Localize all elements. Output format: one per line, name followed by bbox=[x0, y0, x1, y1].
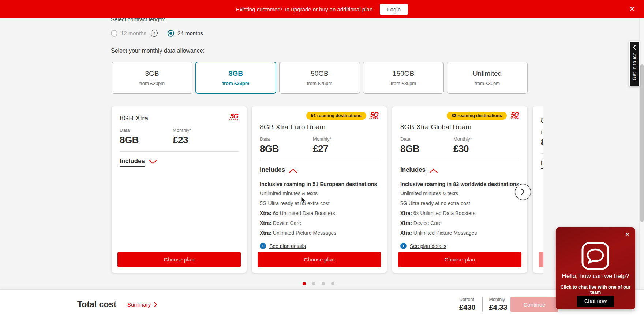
chat-widget: ✕ Hello, how can we help? Click to chat … bbox=[556, 227, 635, 309]
see-plan-details-link[interactable]: i See plan details bbox=[400, 243, 446, 249]
banner-close-icon[interactable]: ✕ bbox=[629, 5, 635, 13]
carousel-dot-4[interactable] bbox=[331, 282, 334, 285]
monthly-label: Monthly* bbox=[173, 127, 226, 133]
cost-summary: Upfront £430 Monthly £4.33 bbox=[459, 297, 508, 312]
data-label: Data bbox=[541, 130, 543, 135]
plan-card-8gb-xtra-euro-roam: 51 roaming destinations 5GULTRA 8GB Xtra… bbox=[252, 106, 387, 273]
data-value: 8GB bbox=[400, 143, 453, 155]
choose-plan-button[interactable]: Choose plan bbox=[117, 252, 241, 267]
feature-item-xtra: Xtra: Device Care bbox=[400, 220, 519, 227]
divider bbox=[400, 160, 519, 160]
plan-name: 8GB Xtra bbox=[120, 114, 148, 122]
monthly-value: £30 bbox=[453, 143, 506, 155]
feature-item-xtra: Xtra: Device Care bbox=[260, 220, 379, 227]
chevron-up-icon bbox=[289, 168, 297, 173]
chevron-right-icon bbox=[521, 188, 525, 196]
data-label: Data bbox=[120, 127, 173, 133]
radio-checked-icon[interactable] bbox=[168, 30, 174, 37]
chevron-down-icon bbox=[149, 160, 157, 164]
data-value: 8GB bbox=[120, 134, 173, 146]
radio-unchecked-icon[interactable] bbox=[111, 30, 117, 37]
carousel-dot-1[interactable] bbox=[303, 282, 306, 285]
allowance-options: 3GB from £20pm 8GB from £23pm 50GB from … bbox=[112, 62, 528, 94]
upfront-cost: Upfront £430 bbox=[459, 297, 476, 312]
upfront-value: £430 bbox=[459, 303, 476, 312]
plan-card-8gb-xtra-global-roam: 83 roaming destinations 5GULTRA 8GB Xtra… bbox=[392, 106, 527, 273]
feature-item: Unlimited minutes & texts bbox=[400, 190, 519, 197]
includes-toggle[interactable]: Includes bbox=[541, 160, 543, 169]
chat-subtext: Click to chat live with one of our team bbox=[556, 285, 635, 295]
chat-bubble-icon bbox=[581, 241, 610, 271]
monthly-cost: Monthly £4.33 bbox=[489, 297, 508, 312]
allowance-price: from £30pm bbox=[391, 81, 416, 86]
chat-greeting: Hello, how can we help? bbox=[556, 272, 635, 280]
login-button[interactable]: Login bbox=[380, 4, 408, 15]
radio-24-months[interactable]: 24 months bbox=[168, 30, 203, 37]
plan-carousel: 8GB Xtra 5GULTRA Data 8GB Monthly* £23 I… bbox=[106, 106, 543, 275]
radio-24-months-label: 24 months bbox=[177, 30, 203, 36]
monthly-label: Monthly* bbox=[313, 136, 366, 142]
data-label: Data bbox=[400, 136, 453, 142]
choose-plan-button[interactable]: Choose plan bbox=[258, 252, 381, 267]
allowance-size: 50GB bbox=[311, 70, 329, 78]
feature-item: Unlimited minutes & texts bbox=[260, 190, 379, 197]
carousel-dot-3[interactable] bbox=[322, 282, 325, 285]
upfront-label: Upfront bbox=[459, 297, 476, 302]
monthly-value: £4.33 bbox=[489, 303, 508, 312]
get-in-touch-label: Get in touch bbox=[632, 52, 637, 80]
feature-item: 5G Ultra ready at no extra cost bbox=[400, 200, 519, 207]
feature-item-xtra: Xtra: 6x Unlimited Data Boosters bbox=[260, 210, 379, 217]
data-value: 8GB bbox=[260, 143, 313, 155]
allowance-price: from £20pm bbox=[139, 81, 165, 86]
includes-toggle[interactable]: Includes bbox=[260, 166, 297, 175]
allowance-size: 3GB bbox=[145, 70, 159, 78]
info-icon: i bbox=[260, 243, 266, 249]
allowance-price: from £30pm bbox=[475, 81, 500, 86]
includes-label: Includes bbox=[120, 157, 145, 167]
banner-message: Existing customer? To upgrade or buy an … bbox=[236, 6, 372, 12]
info-icon[interactable]: i bbox=[151, 30, 158, 37]
divider bbox=[541, 153, 543, 154]
allowance-option-3gb[interactable]: 3GB from £20pm bbox=[112, 62, 192, 94]
allowance-price: from £23pm bbox=[222, 81, 250, 86]
see-plan-details-link[interactable]: i See plan details bbox=[260, 243, 306, 249]
allowance-option-8gb[interactable]: 8GB from £23pm bbox=[195, 62, 276, 94]
includes-label: Includes bbox=[400, 166, 426, 175]
page: Existing customer? To upgrade or buy an … bbox=[0, 0, 644, 319]
includes-toggle[interactable]: Includes bbox=[400, 166, 438, 175]
data-value: 8GB bbox=[541, 137, 543, 148]
includes-label: Includes bbox=[260, 166, 285, 175]
continue-button[interactable]: Continue bbox=[510, 297, 558, 312]
scrollbar-thumb[interactable] bbox=[640, 64, 644, 222]
carousel-dot-2[interactable] bbox=[312, 282, 315, 285]
chat-close-icon[interactable]: ✕ bbox=[625, 231, 630, 238]
plan-name: 8GB Xtra bbox=[541, 116, 543, 125]
allowance-option-50gb[interactable]: 50GB from £26pm bbox=[279, 62, 360, 94]
radio-12-months[interactable]: 12 months bbox=[111, 30, 146, 37]
feature-item-xtra: Xtra: Unlimited Picture Messages bbox=[400, 230, 519, 237]
carousel-next-button[interactable] bbox=[515, 184, 531, 200]
roaming-badge: 83 roaming destinations bbox=[447, 112, 507, 120]
total-cost-bar: Total cost Summary Upfront £430 Monthly … bbox=[0, 289, 644, 319]
chat-now-button[interactable]: Chat now bbox=[577, 296, 614, 307]
includes-toggle[interactable]: Includes bbox=[120, 157, 157, 167]
get-in-touch-tab[interactable]: Get in touch bbox=[629, 41, 640, 86]
5g-ultra-icon: 5GULTRA bbox=[229, 114, 239, 121]
monthly-value: £27 bbox=[313, 143, 366, 155]
roaming-heading: Inclusive roaming in 51 European destina… bbox=[260, 181, 379, 187]
allowance-option-150gb[interactable]: 150GB from £30pm bbox=[363, 62, 444, 94]
divider bbox=[482, 297, 483, 312]
plan-card-8gb-xtra: 8GB Xtra 5GULTRA Data 8GB Monthly* £23 I… bbox=[112, 106, 247, 273]
choose-plan-button[interactable]: Choose plan bbox=[398, 252, 521, 267]
allowance-heading: Select your monthly data allowance: bbox=[111, 48, 205, 54]
feature-item-xtra: Xtra: Unlimited Picture Messages bbox=[260, 230, 379, 237]
monthly-label: Monthly bbox=[489, 297, 508, 302]
plan-name: 8GB Xtra Global Roam bbox=[400, 123, 519, 131]
choose-plan-button[interactable]: Choose plan bbox=[539, 252, 543, 267]
summary-link[interactable]: Summary bbox=[127, 301, 157, 308]
feature-item-xtra: Xtra: 6x Unlimited Data Boosters bbox=[400, 210, 519, 217]
chevron-right-icon bbox=[154, 302, 157, 307]
allowance-option-unlimited[interactable]: Unlimited from £30pm bbox=[447, 62, 528, 94]
chevron-up-icon bbox=[430, 168, 438, 173]
feature-item: 5G Ultra ready at no extra cost bbox=[260, 200, 379, 207]
